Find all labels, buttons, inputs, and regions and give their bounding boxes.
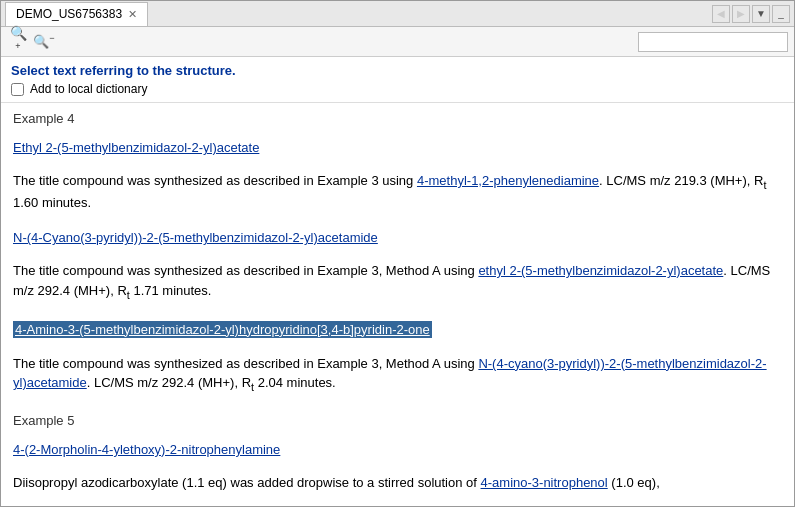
paragraph2-text: The title compound was synthesized as de… xyxy=(13,263,478,278)
main-window: DEMO_US6756383 ✕ ◀ ▶ ▼ _ 🔍+ 🔍− Select te… xyxy=(0,0,795,507)
example4-heading: Example 4 xyxy=(13,111,782,126)
zoom-out-button[interactable]: 🔍− xyxy=(33,31,55,53)
paragraph4: Diisopropyl azodicarboxylate (1.1 eq) wa… xyxy=(13,473,782,493)
paragraph4-link: 4-amino-3-nitrophenol xyxy=(481,475,608,490)
paragraph3: The title compound was synthesized as de… xyxy=(13,354,782,395)
compound2-name: N-(4-Cyano(3-pyridyl))-2-(5-methylbenzim… xyxy=(13,230,378,245)
compound4-name: 4-(2-Morpholin-4-ylethoxy)-2-nitrophenyl… xyxy=(13,442,280,457)
paragraph1-rt: t xyxy=(763,179,766,191)
paragraph3-text: The title compound was synthesized as de… xyxy=(13,356,478,371)
paragraph2-time: 1.71 minutes. xyxy=(130,283,212,298)
paragraph4-tail: (1.0 eq), xyxy=(608,475,660,490)
paragraph4-text: Diisopropyl azodicarboxylate (1.1 eq) wa… xyxy=(13,475,481,490)
example5-heading: Example 5 xyxy=(13,413,782,428)
title-bar: DEMO_US6756383 ✕ ◀ ▶ ▼ _ xyxy=(1,1,794,27)
paragraph3-tail: . LC/MS m/z 292.4 (MH+), R xyxy=(87,375,251,390)
nav-menu-button[interactable]: ▼ xyxy=(752,5,770,23)
paragraph3-time: 2.04 minutes. xyxy=(254,375,336,390)
nav-minimize-button[interactable]: _ xyxy=(772,5,790,23)
content-area[interactable]: Example 4 Ethyl 2-(5-methylbenzimidazol-… xyxy=(1,103,794,506)
paragraph2: The title compound was synthesized as de… xyxy=(13,261,782,302)
add-to-dictionary-label: Add to local dictionary xyxy=(30,82,147,96)
tab-close-icon[interactable]: ✕ xyxy=(128,8,137,21)
search-input[interactable] xyxy=(638,32,788,52)
paragraph1-tail: . LC/MS m/z 219.3 (MH+), R xyxy=(599,173,763,188)
document-tab[interactable]: DEMO_US6756383 ✕ xyxy=(5,2,148,26)
paragraph2-link: ethyl 2-(5-methylbenzimidazol-2-yl)aceta… xyxy=(478,263,723,278)
paragraph1-time: 1.60 minutes. xyxy=(13,195,91,210)
instruction-bar: Select text referring to the structure. … xyxy=(1,57,794,103)
compound3-name: 4-Amino-3-(5-methylbenzimidazol-2-yl)hyd… xyxy=(13,321,432,338)
paragraph1-link: 4-methyl-1,2-phenylenediamine xyxy=(417,173,599,188)
zoom-in-icon: 🔍+ xyxy=(7,25,29,58)
add-to-dictionary-checkbox[interactable] xyxy=(11,83,24,96)
tab-label: DEMO_US6756383 xyxy=(16,7,122,21)
compound1-name: Ethyl 2-(5-methylbenzimidazol-2-yl)aceta… xyxy=(13,140,259,155)
toolbar: 🔍+ 🔍− xyxy=(1,27,794,57)
nav-forward-button[interactable]: ▶ xyxy=(732,5,750,23)
checkbox-row: Add to local dictionary xyxy=(11,82,784,96)
paragraph1-text: The title compound was synthesized as de… xyxy=(13,173,417,188)
nav-arrows: ◀ ▶ ▼ _ xyxy=(712,5,790,23)
nav-back-button[interactable]: ◀ xyxy=(712,5,730,23)
paragraph1: The title compound was synthesized as de… xyxy=(13,171,782,212)
zoom-in-button[interactable]: 🔍+ xyxy=(7,31,29,53)
zoom-out-icon: 🔍− xyxy=(33,33,54,49)
instruction-text: Select text referring to the structure. xyxy=(11,63,784,78)
